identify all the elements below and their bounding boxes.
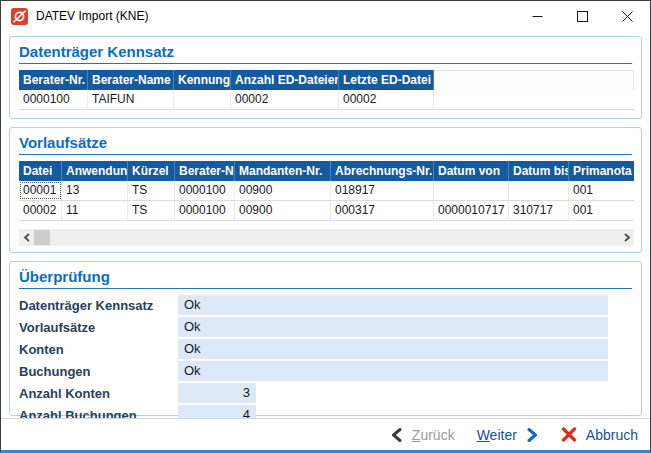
check-value: 3: [178, 383, 256, 403]
check-row: Anzahl Konten 3: [19, 383, 632, 403]
column-header[interactable]: Abrechnungs-Nr.: [331, 161, 434, 181]
minimize-button[interactable]: [515, 1, 560, 31]
panel-ueberpruefung: Überprüfung Datenträger Kennsatz Ok Vorl…: [9, 261, 642, 416]
back-button-label: Zurück: [412, 427, 455, 443]
cell-anzahl-ed-dateien[interactable]: 00002: [231, 90, 339, 109]
scroll-left-button[interactable]: [19, 229, 34, 246]
section-title-vorlaufsaetze: Vorlaufsätze: [19, 133, 632, 153]
scroll-right-button[interactable]: [619, 229, 634, 246]
check-row: Datenträger Kennsatz Ok: [19, 295, 632, 315]
panel-datentraeger-kennsatz: Datenträger Kennsatz Berater-Nr. Berater…: [9, 36, 642, 119]
cancel-x-icon: [561, 427, 577, 442]
horizontal-scrollbar[interactable]: [19, 229, 634, 246]
footer-button-bar: Zurück Weiter Abbruch: [1, 418, 650, 450]
chevron-left-icon: [390, 428, 403, 442]
next-button-label: Weiter: [477, 427, 517, 443]
cell-berater-nr[interactable]: 0000100: [175, 201, 235, 220]
dialog-content: Datenträger Kennsatz Berater-Nr. Berater…: [1, 31, 650, 418]
scrollbar-track[interactable]: [34, 229, 619, 246]
chevron-left-icon: [23, 233, 31, 242]
caption-buttons: [515, 1, 650, 31]
check-value: Ok: [178, 317, 608, 337]
column-header[interactable]: Anwendung: [62, 161, 128, 181]
cell-kuerzel[interactable]: TS: [128, 181, 175, 200]
window-title: DATEV Import (KNE): [36, 9, 515, 23]
column-header[interactable]: Datum von: [434, 161, 509, 181]
dialog-window: DATEV Import (KNE) Datenträger Kennsatz …: [0, 0, 651, 453]
cell-primanota[interactable]: 001: [569, 181, 634, 200]
column-header[interactable]: Berater-Name: [88, 70, 174, 90]
section-title-ueberpruefung: Überprüfung: [19, 267, 632, 287]
check-label: Konten: [19, 342, 178, 357]
cell-anwendung[interactable]: 13: [62, 181, 128, 200]
cell-abrechnungs-nr[interactable]: 018917: [331, 181, 434, 200]
column-header[interactable]: Letzte ED-Datei: [339, 70, 434, 90]
kennsatz-table: Berater-Nr. Berater-Name Kennung Anzahl …: [19, 70, 634, 110]
cell-empty: [434, 90, 634, 109]
app-logo-icon: [11, 8, 28, 25]
next-button[interactable]: Weiter: [477, 427, 539, 443]
check-rows: Datenträger Kennsatz Ok Vorlaufsätze Ok …: [19, 295, 632, 425]
check-row: Vorlaufsätze Ok: [19, 317, 632, 337]
section-rule: [19, 288, 632, 289]
column-header[interactable]: Mandanten-Nr.: [235, 161, 331, 181]
column-header[interactable]: Anzahl ED-Dateien: [231, 70, 339, 90]
table-empty-space: [19, 221, 634, 229]
cell-primanota[interactable]: 001: [569, 201, 634, 220]
check-value: Ok: [178, 361, 608, 381]
cell-datum-bis[interactable]: 310717: [509, 201, 569, 220]
cell-datum-bis[interactable]: [509, 181, 569, 200]
check-row: Buchungen Ok: [19, 361, 632, 381]
section-rule: [19, 154, 632, 155]
scrollbar-thumb[interactable]: [34, 230, 50, 245]
chevron-right-icon: [623, 233, 631, 242]
check-value: Ok: [178, 339, 608, 359]
table-row[interactable]: 00002 11 TS 0000100 00900 000317 0000010…: [19, 201, 634, 221]
cell-abrechnungs-nr[interactable]: 000317: [331, 201, 434, 220]
panel-vorlaufsaetze: Vorlaufsätze Datei Anwendung Kürzel Bera…: [9, 127, 642, 253]
vorlaufsaetze-table-header: Datei Anwendung Kürzel Berater-Nr. Manda…: [19, 161, 634, 181]
kennsatz-table-header: Berater-Nr. Berater-Name Kennung Anzahl …: [19, 70, 634, 90]
vorlaufsaetze-table: Datei Anwendung Kürzel Berater-Nr. Manda…: [19, 161, 634, 246]
cell-kennung[interactable]: [174, 90, 231, 109]
close-icon: [622, 11, 633, 22]
cell-datum-von[interactable]: 0000010717: [434, 201, 509, 220]
cell-datei[interactable]: 00001: [19, 181, 62, 200]
table-row[interactable]: 0000100 TAIFUN 00002 00002: [19, 90, 634, 110]
column-header[interactable]: Kürzel: [128, 161, 175, 181]
check-row: Konten Ok: [19, 339, 632, 359]
cell-letzte-ed-datei[interactable]: 00002: [339, 90, 434, 109]
cell-kuerzel[interactable]: TS: [128, 201, 175, 220]
cell-datei[interactable]: 00002: [19, 201, 62, 220]
column-header-filler: [434, 70, 634, 90]
check-label: Vorlaufsätze: [19, 320, 178, 335]
cell-mandanten-nr[interactable]: 00900: [235, 201, 331, 220]
close-button[interactable]: [605, 1, 650, 31]
cell-berater-name[interactable]: TAIFUN: [88, 90, 174, 109]
column-header[interactable]: Kennung: [174, 70, 231, 90]
minimize-icon: [532, 11, 543, 22]
cell-mandanten-nr[interactable]: 00900: [235, 181, 331, 200]
section-rule: [19, 63, 632, 64]
cancel-button-label: Abbruch: [586, 427, 638, 443]
back-button[interactable]: Zurück: [390, 427, 455, 443]
check-label: Buchungen: [19, 364, 178, 379]
section-title-kennsatz: Datenträger Kennsatz: [19, 42, 632, 62]
column-header[interactable]: Datum bis: [509, 161, 569, 181]
cancel-button[interactable]: Abbruch: [561, 427, 638, 443]
column-header[interactable]: Primanota: [569, 161, 634, 181]
table-row[interactable]: 00001 13 TS 0000100 00900 018917 001: [19, 181, 634, 201]
check-label: Datenträger Kennsatz: [19, 298, 178, 313]
maximize-icon: [577, 11, 588, 22]
column-header[interactable]: Berater-Nr.: [19, 70, 88, 90]
column-header[interactable]: Datei: [19, 161, 62, 181]
title-bar: DATEV Import (KNE): [1, 1, 650, 31]
cell-datum-von[interactable]: [434, 181, 509, 200]
column-header[interactable]: Berater-Nr.: [175, 161, 235, 181]
maximize-button[interactable]: [560, 1, 605, 31]
cell-berater-nr[interactable]: 0000100: [175, 181, 235, 200]
check-value: Ok: [178, 295, 608, 315]
cell-anwendung[interactable]: 11: [62, 201, 128, 220]
chevron-right-icon: [526, 428, 539, 442]
cell-berater-nr[interactable]: 0000100: [19, 90, 88, 109]
